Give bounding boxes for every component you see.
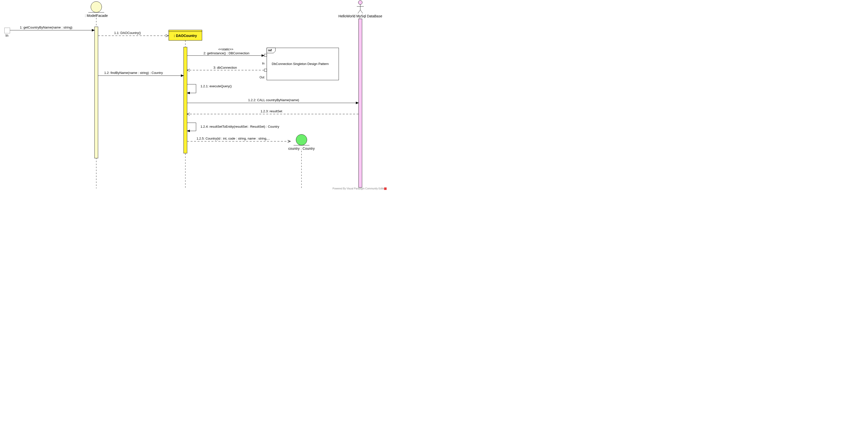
dao-country-label: : DAOCountry — [174, 34, 197, 38]
ref-frame: ref DbConnection Singleton Design Patter… — [259, 48, 339, 80]
svg-rect-13 — [264, 54, 267, 57]
msg-1-2-1-arrow — [187, 84, 196, 93]
msg-1-2-4-arrow — [187, 123, 196, 131]
svg-point-5 — [358, 0, 362, 4]
msg-1-2-5-label: 1.2.5: Country(id : int, code : string, … — [196, 137, 270, 140]
ref-name: DbConnection Singleton Design Pattern — [272, 62, 329, 66]
msg-2-label: 2: getInstance() : DBConnection — [204, 51, 249, 55]
ref-out: Out — [259, 76, 265, 79]
watermark: Powered By Visual Paradigm Community Edi… — [333, 187, 386, 190]
country-label: country : Country — [288, 147, 315, 151]
svg-line-8 — [358, 10, 360, 13]
participant-model-facade: : ModelFacade — [85, 1, 108, 18]
svg-point-10 — [296, 134, 307, 145]
gate-in-label: In — [5, 33, 8, 37]
activation-database — [359, 19, 362, 188]
msg-1-1-label: 1.1: DAOCountry() — [114, 31, 141, 35]
ref-in: In — [262, 62, 265, 65]
svg-point-1 — [91, 1, 102, 12]
msg-1-2-1-label: 1.2.1: executeQuery() — [200, 84, 232, 88]
watermark-icon — [384, 188, 386, 190]
msg-1-2-2-label: 1.2.2: CALL countryByName(name) — [248, 98, 299, 102]
database-label: HelloWorld MySql DataBase — [338, 14, 382, 18]
svg-line-9 — [360, 10, 363, 13]
msg-3-label: 3: dbConnection — [213, 66, 237, 69]
gate-in: In — [4, 28, 10, 37]
model-facade-label: : ModelFacade — [85, 13, 108, 18]
msg-2-stereo: <<static>> — [218, 47, 234, 51]
activation-dao-country — [184, 47, 187, 153]
msg-1-2-4-label: 1.2.4: resultSetToEntity(resultSet : Res… — [200, 125, 279, 128]
participant-country: country : Country — [288, 134, 315, 151]
svg-rect-14 — [264, 69, 267, 71]
msg-1-label: 1: getCountryByName(name : string) — [20, 26, 72, 29]
ref-tag: ref — [268, 48, 272, 52]
msg-1-2-label: 1.2: findByName(name : string) : Country — [104, 71, 163, 75]
svg-rect-0 — [4, 28, 10, 33]
participant-dao-country: : DAOCountry — [169, 30, 202, 40]
sequence-diagram: In : ModelFacade : DAOCountry HelloWorld… — [0, 0, 387, 190]
msg-1-2-3-label: 1.2.3: resultSet — [260, 109, 282, 113]
activation-model-facade — [95, 27, 98, 158]
participant-database: HelloWorld MySql DataBase — [338, 0, 382, 18]
svg-rect-4 — [169, 30, 202, 31]
